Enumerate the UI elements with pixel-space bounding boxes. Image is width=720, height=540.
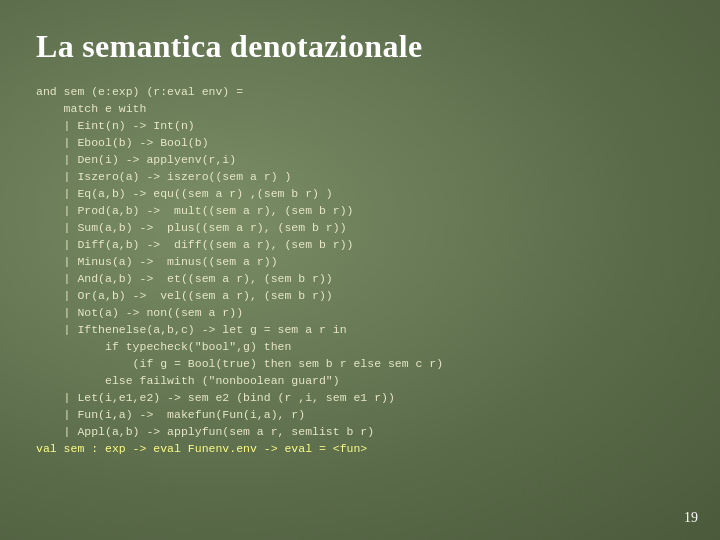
slide-container: La semantica denotazionale and sem (e:ex… [0, 0, 720, 540]
slide-number: 19 [684, 510, 698, 526]
code-block: and sem (e:exp) (r:eval env) = match e w… [36, 83, 684, 457]
slide-title: La semantica denotazionale [36, 28, 684, 65]
